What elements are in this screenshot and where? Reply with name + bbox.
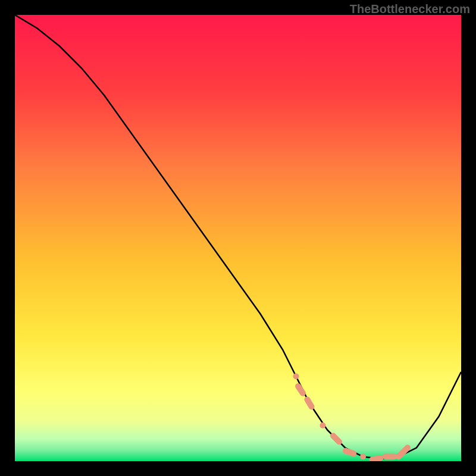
chart-svg [15, 15, 461, 461]
marker-dash [346, 451, 353, 453]
marker-dash [333, 436, 339, 442]
gradient-background [15, 15, 461, 461]
marker-dot [320, 422, 326, 428]
marker-dot [360, 454, 366, 460]
marker-dash [298, 386, 303, 393]
marker-dash [372, 458, 381, 459]
chart-plot-area [15, 15, 461, 461]
watermark-text: TheBottlenecker.com [350, 2, 470, 16]
marker-dash [307, 399, 311, 406]
marker-dot [405, 445, 411, 451]
marker-dot [293, 374, 299, 380]
marker-dash [400, 449, 406, 455]
